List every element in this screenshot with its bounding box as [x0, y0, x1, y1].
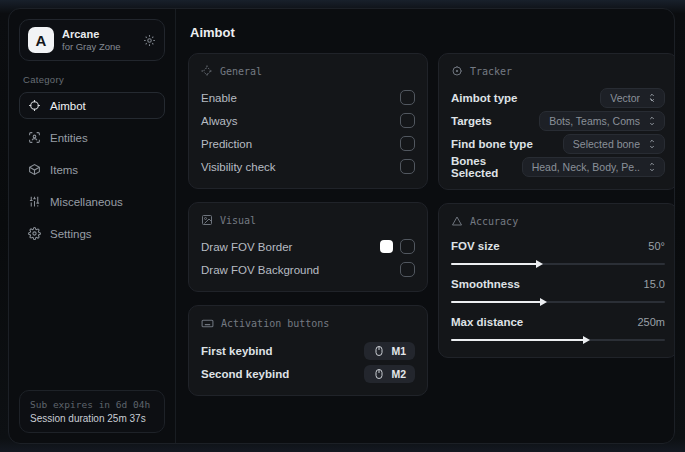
general-row-prediction: Prediction [201, 132, 415, 155]
keyboard-icon [201, 317, 214, 330]
draw-fov-border-checkbox[interactable] [400, 239, 415, 254]
general-row-visibility-check: Visibility check [201, 155, 415, 178]
category-label: Category [23, 74, 161, 85]
sidebar-item-label: Miscellaneous [50, 196, 123, 208]
panel-title: Activation buttons [221, 318, 329, 329]
activation-row-first-keybind: First keybind M1 [201, 339, 415, 362]
panel-title: Accuracy [470, 216, 518, 227]
row-label: Find bone type [451, 138, 533, 150]
gear-icon[interactable] [143, 34, 156, 47]
slider-thumb[interactable] [583, 336, 590, 344]
fov-border-color-swatch[interactable] [380, 240, 393, 253]
subscription-card: Sub expires in 6d 04h Session duration 2… [19, 390, 165, 433]
visual-row-fov-border: Draw FOV Border [201, 235, 415, 258]
general-row-always: Always [201, 109, 415, 132]
sidebar-item-miscellaneous[interactable]: Miscellaneous [19, 188, 165, 215]
panel-activation-header: Activation buttons [201, 317, 415, 330]
app-title: Arcane [62, 28, 121, 41]
prediction-checkbox[interactable] [400, 136, 415, 151]
chevron-up-down-icon [647, 139, 657, 149]
slider-value: 15.0 [644, 278, 665, 290]
tracker-row-find-bone-type: Find bone type Selected bone [451, 132, 665, 155]
second-keybind-button[interactable]: M2 [364, 365, 415, 383]
row-label: Prediction [201, 138, 252, 150]
row-label: Targets [451, 115, 492, 127]
sidebar-item-label: Aimbot [50, 100, 86, 112]
sidebar: A Arcane for Gray Zone Category Aimbot [9, 9, 176, 443]
app-window: A Arcane for Gray Zone Category Aimbot [8, 8, 675, 444]
sidebar-item-entities[interactable]: Entities [19, 124, 165, 151]
panel-tracker-header: Tracker [451, 65, 665, 77]
row-label: Draw FOV Background [201, 264, 319, 276]
mouse-icon [373, 345, 385, 357]
app-logo: A [28, 27, 54, 53]
tracker-row-targets: Targets Bots, Teams, Coms [451, 109, 665, 132]
sidebar-item-aimbot[interactable]: Aimbot [19, 92, 165, 119]
sub-expires-text: Sub expires in 6d 04h [30, 399, 154, 410]
panel-tracker: Tracker Aimbot type Vector [438, 53, 675, 190]
find-bone-type-select[interactable]: Selected bone [563, 134, 665, 154]
panel-visual-header: Visual [201, 214, 415, 226]
crosshair-icon [28, 99, 41, 112]
row-label: Always [201, 115, 237, 127]
sliders-icon [28, 195, 41, 208]
slider-max-distance: Max distance 250m [451, 312, 665, 341]
crosshair-dashed-icon [201, 65, 213, 77]
max-distance-slider[interactable] [451, 339, 665, 341]
enable-checkbox[interactable] [400, 90, 415, 105]
main-content: Aimbot General Enable [176, 9, 675, 443]
panel-title: General [220, 66, 262, 77]
panel-general: General Enable Always Prediction [188, 53, 428, 189]
sidebar-item-label: Entities [50, 132, 88, 144]
tracker-row-aimbot-type: Aimbot type Vector [451, 86, 665, 109]
panel-general-header: General [201, 65, 415, 77]
activation-row-second-keybind: Second keybind M2 [201, 362, 415, 385]
select-value: Vector [610, 92, 640, 104]
row-label: Second keybind [201, 368, 289, 380]
target-icon [451, 65, 463, 77]
tracker-row-bones-selected: Bones Selected Head, Neck, Body, Pe.. [451, 155, 665, 179]
sidebar-item-settings[interactable]: Settings [19, 220, 165, 247]
image-icon [201, 214, 213, 226]
slider-thumb[interactable] [536, 260, 543, 268]
select-value: Bots, Teams, Coms [549, 115, 640, 127]
aimbot-type-select[interactable]: Vector [600, 88, 665, 108]
right-column: Tracker Aimbot type Vector [438, 53, 675, 358]
panel-accuracy-header: Accuracy [451, 215, 665, 227]
draw-fov-background-checkbox[interactable] [400, 262, 415, 277]
general-row-enable: Enable [201, 86, 415, 109]
page-title: Aimbot [190, 25, 675, 40]
row-label: First keybind [201, 345, 273, 357]
slider-label: FOV size [451, 240, 500, 252]
app-header-text: Arcane for Gray Zone [62, 28, 121, 53]
row-label: Enable [201, 92, 237, 104]
sidebar-item-label: Items [50, 164, 78, 176]
smoothness-slider[interactable] [451, 301, 665, 303]
chevron-up-down-icon [647, 93, 657, 103]
slider-label: Max distance [451, 316, 523, 328]
settings-gear-icon [28, 227, 41, 240]
chevron-up-down-icon [647, 162, 657, 172]
app-subtitle: for Gray Zone [62, 41, 121, 53]
bones-selected-select[interactable]: Head, Neck, Body, Pe.. [522, 157, 665, 177]
slider-label: Smoothness [451, 278, 520, 290]
box-icon [28, 163, 41, 176]
panel-title: Tracker [470, 66, 512, 77]
slider-thumb[interactable] [540, 298, 547, 306]
keybind-value: M1 [391, 345, 406, 357]
sidebar-item-label: Settings [50, 228, 92, 240]
panel-visual: Visual Draw FOV Border Draw FOV Backgrou… [188, 202, 428, 292]
row-label: Visibility check [201, 161, 276, 173]
slider-value: 50° [648, 240, 665, 252]
app-header-card: A Arcane for Gray Zone [19, 19, 165, 61]
slider-smoothness: Smoothness 15.0 [451, 274, 665, 303]
targets-select[interactable]: Bots, Teams, Coms [539, 111, 665, 131]
sidebar-item-items[interactable]: Items [19, 156, 165, 183]
always-checkbox[interactable] [400, 113, 415, 128]
first-keybind-button[interactable]: M1 [364, 342, 415, 360]
panel-activation-buttons: Activation buttons First keybind M1 [188, 305, 428, 396]
visibility-check-checkbox[interactable] [400, 159, 415, 174]
row-label: Aimbot type [451, 92, 517, 104]
fov-size-slider[interactable] [451, 263, 665, 265]
visual-row-fov-background: Draw FOV Background [201, 258, 415, 281]
